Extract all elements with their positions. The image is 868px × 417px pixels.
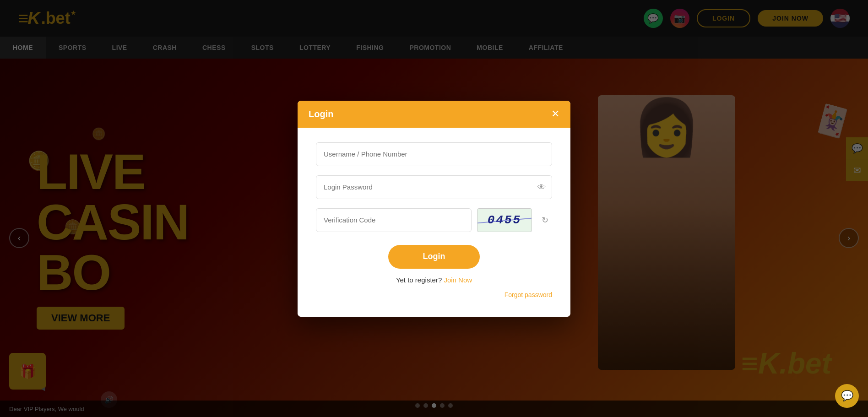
- modal-header: Login ✕: [298, 101, 570, 128]
- login-submit-button[interactable]: Login: [388, 245, 480, 269]
- captcha-input[interactable]: [316, 208, 472, 232]
- password-toggle-icon[interactable]: 👁: [537, 182, 546, 192]
- password-group: 👁: [316, 175, 552, 199]
- captcha-group: 0455 ↻: [316, 208, 552, 232]
- modal-overlay[interactable]: Login ✕ 👁 0455 ↻: [0, 0, 868, 417]
- username-input[interactable]: [316, 142, 552, 166]
- captcha-refresh-icon[interactable]: ↻: [537, 213, 552, 227]
- modal-body: 👁 0455 ↻ Login Yet to register? Join No: [298, 128, 570, 317]
- modal-close-button[interactable]: ✕: [551, 109, 559, 119]
- captcha-image: 0455: [477, 208, 532, 232]
- register-text: Yet to register? Join Now: [316, 276, 552, 284]
- username-group: [316, 142, 552, 166]
- forgot-password-link[interactable]: Forgot password: [316, 291, 552, 298]
- live-chat-button[interactable]: 💬: [835, 384, 859, 408]
- join-now-link[interactable]: Join Now: [444, 276, 472, 284]
- password-input[interactable]: [316, 175, 552, 199]
- login-modal: Login ✕ 👁 0455 ↻: [298, 101, 570, 317]
- register-prompt: Yet to register?: [396, 276, 442, 284]
- modal-title: Login: [309, 109, 333, 119]
